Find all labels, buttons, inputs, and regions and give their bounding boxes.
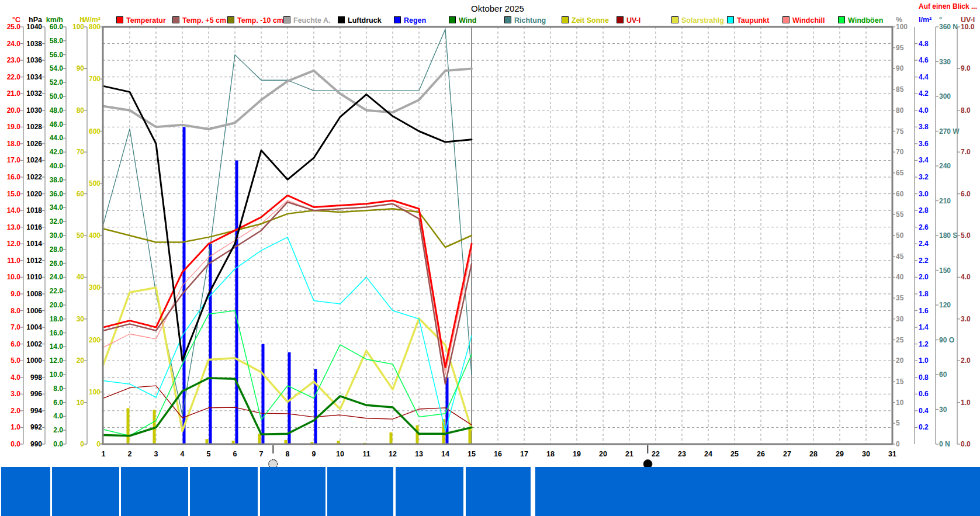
legend-item-regen[interactable]: Regen	[394, 16, 426, 25]
axis-label: 36.0	[50, 190, 64, 198]
axis-label: 4.2	[919, 89, 929, 98]
legend-item-uv-i[interactable]: UV-I	[617, 16, 640, 25]
axis-label: 0.0	[11, 440, 20, 448]
axis-label: 54.0	[50, 64, 64, 72]
table-row	[190, 467, 258, 477]
axis-label: 180 S	[939, 231, 957, 240]
axis-label: 2.0	[919, 273, 929, 281]
axis-label: 70	[77, 148, 85, 156]
axis-label: 46.0	[50, 120, 64, 129]
axis-label: 3.4	[919, 156, 929, 164]
table-row	[327, 486, 393, 496]
axis-label: 80	[896, 106, 904, 115]
legend-item-richtung[interactable]: Richtung	[504, 16, 546, 25]
legend-item-zeit-sonne[interactable]: Zeit Sonne	[562, 16, 609, 25]
table-row	[1, 496, 50, 506]
axis-label: 3.8	[919, 123, 929, 131]
axis-label: 1010	[26, 273, 42, 281]
axis-label: 5	[896, 419, 900, 427]
legend-item-taupunkt[interactable]: Taupunkt	[727, 16, 769, 25]
axis-label: 8.0	[961, 106, 971, 115]
legend-item-solarstrahlg[interactable]: Solarstrahlg	[671, 16, 724, 25]
axis-label: 50.0	[50, 92, 64, 101]
axis-label: 30	[77, 315, 85, 323]
legend-swatch	[172, 16, 179, 23]
legend-item-windb-en[interactable]: Windböen	[838, 16, 883, 25]
axis-label: 7.0	[11, 323, 20, 331]
axis-label: 1002	[26, 340, 42, 348]
table-row	[260, 477, 325, 487]
axis-label: 10.0	[50, 370, 64, 379]
legend-label: Temperatur	[126, 16, 166, 25]
legend-swatch	[504, 16, 511, 23]
axis-label: 12.0	[50, 356, 64, 365]
legend-swatch	[727, 16, 734, 23]
legend-item-windchill[interactable]: Windchill	[782, 16, 825, 25]
legend-swatch	[562, 16, 569, 23]
table-row	[52, 477, 119, 487]
monthly-weather-chart: °C25.024.023.022.021.020.019.018.017.016…	[0, 0, 980, 467]
table-row	[396, 496, 463, 506]
axis-label: 6	[233, 450, 237, 458]
legend-label: Windböen	[848, 16, 883, 25]
table-col-temperatur	[52, 467, 119, 516]
axis-label: 1034	[26, 73, 42, 81]
axis-label: 4.0	[53, 412, 63, 420]
legend-label: Regen	[404, 16, 426, 25]
table-row	[52, 467, 119, 477]
legend-item-luftdruck[interactable]: Luftdruck	[338, 16, 382, 25]
axis-label: 17	[520, 450, 528, 458]
axis-label: 44.0	[50, 134, 64, 142]
axis-label: 4.6	[919, 56, 929, 64]
axis-label: 1.8	[919, 290, 929, 298]
axis-label: 80	[77, 106, 85, 115]
weather-month-view: Oktober 2025 Auf einen Blick ... °C25.02…	[0, 0, 980, 516]
table-row	[396, 486, 463, 496]
axis-label: 600	[89, 127, 101, 136]
legend-item-temp-5-cm[interactable]: Temp. +5 cm	[172, 16, 226, 25]
axis-label: 3	[154, 450, 158, 458]
axis-label: 45	[896, 252, 904, 261]
axis-label: 700	[89, 75, 101, 83]
axis-label: 240	[939, 162, 951, 170]
axis-label: 34.0	[50, 203, 64, 212]
axis-label: 6.0	[961, 190, 971, 198]
axis-label: 8	[286, 450, 290, 458]
legend-item-feuchte-a-[interactable]: Feuchte A.	[283, 16, 330, 25]
bar-zeit-sonne	[416, 425, 419, 444]
full-moon-icon	[269, 460, 278, 467]
table-row	[52, 505, 119, 515]
axis-label: 8.0	[11, 307, 20, 315]
table-row	[396, 505, 463, 515]
axis-label: 150	[939, 266, 951, 275]
legend-label: UV-I	[626, 16, 640, 25]
axis-label: 60.0	[50, 23, 64, 31]
table-row	[190, 477, 258, 487]
axis-label: 26	[757, 450, 765, 458]
axis-label: 998	[30, 373, 42, 382]
axis-label: 5	[207, 450, 211, 458]
legend-item-temp-10-cm[interactable]: Temp. -10 cm	[227, 16, 283, 25]
axis-label: 10	[77, 399, 85, 407]
axis-label: 0.4	[919, 407, 929, 415]
legend-label: Temp. +5 cm	[182, 16, 226, 25]
legend-item-wind[interactable]: Wind	[449, 16, 476, 25]
axis-label: 1018	[26, 206, 42, 214]
legend-item-temperatur[interactable]: Temperatur	[116, 16, 166, 25]
axis-label: 24.0	[50, 273, 64, 281]
axis-label: 210	[939, 197, 951, 205]
axis-label: 0	[896, 440, 900, 448]
table-col-temp-5-cm	[121, 467, 188, 516]
axis-label: 30	[939, 406, 947, 414]
axis-label: 1.4	[919, 323, 929, 331]
axis-label: 58.0	[50, 37, 64, 45]
axis-label: 0.0	[961, 440, 971, 448]
table-row	[1, 486, 50, 496]
axis-label: 1014	[26, 240, 42, 248]
table-row	[121, 467, 188, 477]
table-row	[190, 486, 258, 496]
axis-label: 10.0	[961, 23, 975, 31]
axis-label: 100	[896, 23, 908, 31]
legend-label: Wind	[459, 16, 476, 25]
axis-label: 14.0	[7, 206, 21, 214]
